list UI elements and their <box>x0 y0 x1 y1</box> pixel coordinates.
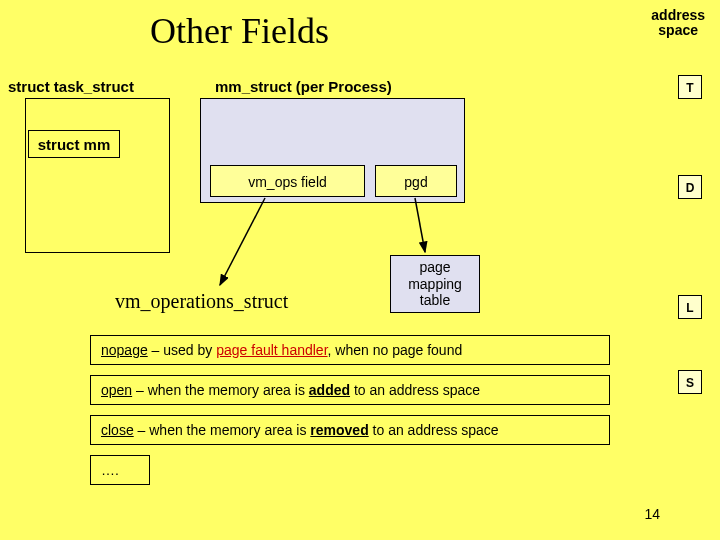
emph-handler: page fault handler <box>216 342 327 358</box>
sidebar-d-box: D <box>678 175 702 199</box>
page-mapping-table-box: page mapping table <box>390 255 480 313</box>
task-struct-box <box>25 98 170 253</box>
desc-open: open – when the memory area is added to … <box>90 375 610 405</box>
emph-removed: removed <box>310 422 368 438</box>
vm-operations-struct-label: vm_operations_struct <box>115 290 288 313</box>
keyword-nopage: nopage <box>101 342 148 358</box>
svg-line-1 <box>415 198 425 252</box>
emph-added: added <box>309 382 350 398</box>
struct-mm-box: struct mm <box>28 130 120 158</box>
svg-line-2 <box>220 198 265 285</box>
vm-ops-field-box: vm_ops field <box>210 165 365 197</box>
mm-struct-label: mm_struct (per Process) <box>215 78 392 95</box>
keyword-close: close <box>101 422 134 438</box>
sidebar-t-box: T <box>678 75 702 99</box>
slide-title: Other Fields <box>150 10 329 52</box>
desc-close: close – when the memory area is removed … <box>90 415 610 445</box>
pgd-box: pgd <box>375 165 457 197</box>
keyword-open: open <box>101 382 132 398</box>
sidebar-l-box: L <box>678 295 702 319</box>
desc-nopage: nopage – used by page fault handler, whe… <box>90 335 610 365</box>
desc-more: …. <box>90 455 150 485</box>
page-number: 14 <box>644 506 660 522</box>
sidebar-s-box: S <box>678 370 702 394</box>
address-space-label: address space <box>651 8 705 39</box>
task-struct-label: struct task_struct <box>8 78 134 95</box>
